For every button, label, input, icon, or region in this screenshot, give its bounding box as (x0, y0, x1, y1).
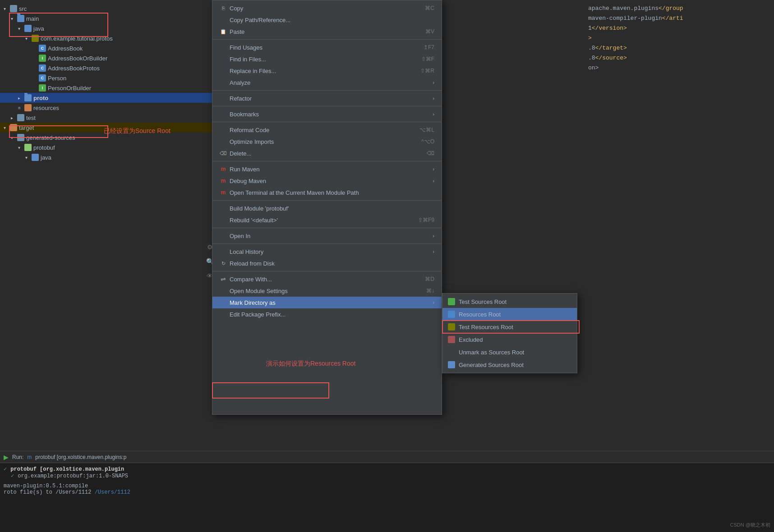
tooltip-resources-root: 演示如何设置为Resources Root (266, 360, 355, 368)
tree-item-proto[interactable]: proto (0, 93, 212, 103)
sep2 (212, 90, 442, 91)
menu-item-delete[interactable]: ⌫ Delete... ⌫ (212, 147, 442, 159)
submenu-item-generated-sources-root[interactable]: Generated Sources Root (442, 358, 577, 371)
menu-label-optimize-imports: Optimize Imports (230, 138, 274, 145)
icon-addressbookprotos: C (39, 64, 46, 72)
submenu-item-excluded[interactable]: Excluded (442, 333, 577, 346)
tree-item-java2[interactable]: java (0, 152, 212, 162)
run-label: Run: (12, 454, 23, 460)
shortcut-paste: ⌘V (425, 28, 434, 35)
shortcut-delete: ⌫ (427, 150, 434, 156)
menu-item-paste[interactable]: 📋 Paste ⌘V (212, 26, 442, 37)
folder-icon-proto (24, 94, 32, 101)
menu-label-bookmarks: Bookmarks (230, 111, 259, 118)
icon-addressbook: C (39, 45, 46, 52)
open-module-settings-icon (220, 287, 227, 294)
watermark: CSDN @晓之木初 (730, 522, 770, 528)
menu-item-rebuild[interactable]: Rebuild '<default>' ⇧⌘F9 (212, 214, 442, 226)
tree-item-test[interactable]: test (0, 113, 212, 123)
tree-item-package[interactable]: com.example.tutorial.protos (0, 33, 212, 43)
tree-item-person[interactable]: C Person (0, 73, 212, 83)
open-in-arrow: › (433, 233, 434, 238)
bookmarks-arrow: › (433, 111, 434, 117)
menu-item-run-maven[interactable]: m Run Maven › (212, 163, 442, 175)
run-icon: ▶ (4, 454, 9, 461)
tree-item-protobuf[interactable]: protobuf (0, 142, 212, 152)
folder-icon-generated-sources (17, 134, 24, 141)
tree-item-personorbuilder[interactable]: I PersonOrBuilder (0, 83, 212, 93)
arrow-resources: ≡ (18, 105, 23, 110)
sep4 (212, 122, 442, 122)
menu-label-debug-maven: Debug Maven (230, 178, 266, 184)
menu-item-find-usages[interactable]: Find Usages ↥F7 (212, 41, 442, 53)
run-content: protobuf [org.xolstice.maven.plugins:p (35, 454, 126, 460)
menu-item-reformat[interactable]: Reformat Code ⌥⌘L (212, 124, 442, 136)
submenu-item-unmark[interactable]: Unmark as Sources Root (442, 346, 577, 358)
menu-label-build-module: Build Module 'protobuf' (230, 205, 289, 212)
open-terminal-icon: m (220, 189, 227, 196)
shortcut-reformat: ⌥⌘L (419, 127, 434, 133)
folder-icon-src (10, 5, 17, 12)
menu-item-local-history[interactable]: Local History › (212, 246, 442, 257)
folder-icon-resources (24, 104, 32, 111)
console-line2: roto file(s) to /Users/1112 /Users/1112 (4, 489, 770, 495)
submenu-item-resources-root[interactable]: Resources Root (442, 308, 577, 321)
tree-item-addressbookprotos[interactable]: C AddressBookProtos (0, 63, 212, 73)
label-java: java (33, 25, 44, 32)
arrow-target (4, 125, 9, 130)
replace-files-icon (220, 67, 227, 74)
resources-root-icon (448, 311, 455, 318)
menu-label-analyze: Analyze (230, 79, 250, 86)
run-maven-label: m (27, 454, 32, 460)
folder-icon-test (17, 114, 24, 121)
menu-item-reload-disk[interactable]: ↻ Reload from Disk (212, 257, 442, 269)
menu-item-open-in[interactable]: Open In › (212, 230, 442, 242)
menu-item-open-terminal[interactable]: m Open Terminal at the Current Maven Mod… (212, 187, 442, 198)
arrow-main (11, 16, 16, 21)
menu-item-edit-package[interactable]: Edit Package Prefix... (212, 308, 442, 320)
delete-icon: ⌫ (220, 150, 227, 157)
context-menu: ⎘ Copy ⌘C Copy Path/Reference... 📋 Paste… (212, 0, 442, 415)
menu-item-replace-files[interactable]: Replace in Files... ⇧⌘R (212, 65, 442, 77)
label-addressbookorbuilder: AddressBookOrBuilder (48, 55, 107, 62)
tree-item-src[interactable]: src (0, 4, 212, 14)
tree-item-resources[interactable]: ≡ resources (0, 103, 212, 113)
console-link[interactable]: /Users/1112 (95, 489, 130, 495)
reload-disk-icon: ↻ (220, 260, 227, 267)
submenu-item-test-sources-root[interactable]: Test Sources Root (442, 295, 577, 308)
menu-item-bookmarks[interactable]: Bookmarks › (212, 108, 442, 120)
menu-item-mark-directory[interactable]: Mark Directory as › (212, 297, 442, 308)
menu-item-build-module[interactable]: Build Module 'protobuf' (212, 202, 442, 214)
menu-item-copy-path[interactable]: Copy Path/Reference... (212, 14, 442, 26)
menu-item-compare-with[interactable]: ⇌ Compare With... ⌘D (212, 273, 442, 285)
menu-item-find-files[interactable]: Find in Files... ⇧⌘F (212, 53, 442, 65)
menu-item-copy[interactable]: ⎘ Copy ⌘C (212, 2, 442, 14)
test-resources-root-icon (448, 323, 455, 330)
arrow-proto (18, 96, 23, 101)
excluded-icon (448, 336, 455, 343)
label-src: src (19, 5, 27, 12)
tree-item-addressbook[interactable]: C AddressBook (0, 43, 212, 53)
find-usages-icon (220, 44, 227, 51)
menu-label-compare-with: Compare With... (230, 276, 272, 283)
menu-item-analyze[interactable]: Analyze › (212, 77, 442, 88)
tree-item-addressbookorbuilder[interactable]: I AddressBookOrBuilder (0, 53, 212, 63)
run-bar: ▶ Run: m protobuf [org.xolstice.maven.pl… (0, 451, 774, 463)
tree-item-main[interactable]: main (0, 14, 212, 23)
label-main: main (26, 15, 39, 22)
menu-item-refactor[interactable]: Refactor › (212, 92, 442, 104)
unmark-icon (448, 349, 455, 356)
menu-label-replace-files: Replace in Files... (230, 68, 276, 74)
submenu-item-test-resources-root[interactable]: Test Resources Root (442, 321, 577, 333)
analyze-icon (220, 79, 227, 86)
label-generated-sources: generated-sources (26, 134, 75, 141)
analyze-arrow: › (433, 80, 434, 85)
menu-item-optimize-imports[interactable]: Optimize Imports ^⌥O (212, 136, 442, 147)
shortcut-rebuild: ⇧⌘F9 (418, 217, 434, 223)
menu-item-open-module-settings[interactable]: Open Module Settings ⌘↓ (212, 285, 442, 297)
menu-item-debug-maven[interactable]: m Debug Maven › (212, 175, 442, 187)
label-addressbookprotos: AddressBookProtos (48, 65, 100, 72)
tree-item-java[interactable]: java (0, 23, 212, 33)
label-java2: java (41, 154, 51, 161)
label-resources: resources (33, 105, 59, 111)
